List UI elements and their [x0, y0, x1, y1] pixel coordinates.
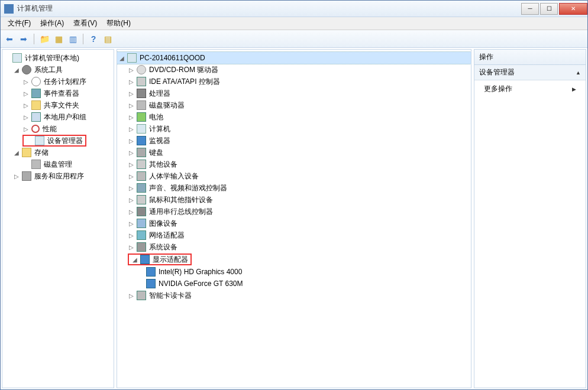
tree-device-monitor[interactable]: ▷监视器: [117, 135, 471, 147]
tree-task-scheduler[interactable]: ▷ 任务计划程序: [2, 76, 114, 87]
tree-device-system[interactable]: ▷系统设备: [117, 241, 471, 253]
expander-blank: [137, 280, 144, 287]
tree-device-imaging[interactable]: ▷图像设备: [117, 217, 471, 229]
tree-performance[interactable]: ▷ 性能: [2, 123, 114, 135]
tree-root-local[interactable]: 计算机管理(本地): [2, 52, 114, 64]
up-button[interactable]: 📁: [38, 32, 51, 46]
expander-right-icon: ▷: [128, 220, 135, 227]
tree-gpu-intel[interactable]: Intel(R) HD Graphics 4000: [117, 266, 471, 278]
tree-label: 系统工具: [33, 65, 63, 75]
list-button[interactable]: ▤: [101, 32, 114, 46]
device-tree-pane: ◢ PC-20140611QOOD ▷DVD/CD-ROM 驱动器▷IDE AT…: [117, 49, 471, 388]
toolbar: ⬅ ➡ 📁 ▦ ▥ ? ▤: [1, 30, 587, 48]
tree-device-cpu[interactable]: ▷处理器: [117, 87, 471, 99]
tree-shared-folders[interactable]: ▷ 共享文件夹: [2, 99, 114, 111]
device-root[interactable]: ◢ PC-20140611QOOD: [117, 52, 471, 64]
book-icon: [31, 89, 41, 98]
tree-device-keyboard[interactable]: ▷键盘: [117, 147, 471, 158]
tree-label[interactable]: 显示适配器: [151, 255, 188, 265]
menu-help[interactable]: 帮助(H): [102, 17, 135, 30]
monitor-icon: [137, 136, 146, 145]
tree-device-dvd[interactable]: ▷DVD/CD-ROM 驱动器: [117, 64, 471, 76]
tree-gpu-nvidia[interactable]: NVIDIA GeForce GT 630M: [117, 278, 471, 290]
tree-device-sound[interactable]: ▷声音、视频和游戏控制器: [117, 182, 471, 194]
ide-icon: [137, 77, 146, 86]
expander-right-icon: ▷: [128, 137, 135, 144]
tree-label: 本地用户和组: [43, 112, 86, 122]
tree-device-network[interactable]: ▷网络适配器: [117, 229, 471, 241]
storage-icon: [22, 148, 31, 157]
expander-blank: [137, 268, 144, 275]
smartcard-icon: [137, 291, 146, 300]
menu-action[interactable]: 操作(A): [35, 17, 69, 30]
toolbar-separator: [34, 34, 34, 44]
tree-label: 存储: [33, 148, 49, 158]
services-icon: [22, 171, 31, 181]
tree-device-hid[interactable]: ▷人体学输入设备: [117, 170, 471, 182]
menu-file[interactable]: 文件(F): [3, 17, 35, 30]
actions-more-label: 更多操作: [484, 84, 512, 94]
expander-right-icon: ▷: [128, 292, 135, 299]
tree-system-tools[interactable]: ◢ 系统工具: [2, 64, 114, 76]
gear-icon: [22, 65, 31, 74]
forward-button[interactable]: ➡: [17, 32, 30, 46]
expander-right-icon: ▷: [22, 90, 30, 97]
collapse-icon: ▲: [576, 70, 581, 76]
actions-section-label: 设备管理器: [479, 67, 515, 77]
tree-storage[interactable]: ◢ 存储: [2, 147, 114, 158]
disk-icon: [31, 160, 41, 169]
expander-right-icon: ▷: [128, 102, 135, 109]
tree-label: PC-20140611QOOD: [138, 54, 205, 62]
tree-label: 通用串行总线控制器: [148, 207, 213, 217]
tree-services-apps[interactable]: ▷ 服务和应用程序: [2, 170, 114, 182]
close-button[interactable]: ✕: [559, 3, 587, 15]
expander-right-icon: ▷: [128, 184, 135, 191]
gpu-icon: [146, 267, 156, 277]
tree-device-mouse[interactable]: ▷鼠标和其他指针设备: [117, 194, 471, 206]
tree-device-usb[interactable]: ▷通用串行总线控制器: [117, 206, 471, 217]
tree-local-users[interactable]: ▷ 本地用户和组: [2, 111, 114, 123]
minimize-button[interactable]: ─: [521, 3, 539, 15]
keyboard-icon: [137, 148, 146, 157]
tree-smartcard-reader[interactable]: ▷ 智能卡读卡器: [117, 290, 471, 301]
actions-more[interactable]: 更多操作 ▶: [474, 80, 586, 98]
dvd-icon: [137, 65, 146, 74]
tree-label: 键盘: [148, 148, 163, 158]
back-button[interactable]: ⬅: [3, 32, 16, 46]
sys-icon: [137, 242, 146, 252]
menu-view[interactable]: 查看(V): [69, 17, 102, 30]
actions-header: 操作: [474, 50, 586, 65]
tree-label: 磁盘驱动器: [148, 100, 185, 110]
tree-device-diskdrive[interactable]: ▷磁盘驱动器: [117, 99, 471, 111]
tree-device-other[interactable]: ▷其他设备: [117, 158, 471, 170]
tree-label: 计算机管理(本地): [24, 53, 79, 63]
expander-down-icon: ◢: [118, 54, 125, 61]
actions-section[interactable]: 设备管理器 ▲: [474, 65, 586, 80]
expander-right-icon: ▷: [128, 90, 135, 97]
tree-label: 性能: [41, 124, 57, 134]
help-button[interactable]: ?: [87, 32, 100, 46]
tree-disk-management[interactable]: 磁盘管理: [2, 158, 114, 170]
tree-label: 监视器: [148, 136, 170, 146]
tree-event-viewer[interactable]: ▷ 事件查看器: [2, 87, 114, 99]
tree-device-computer[interactable]: ▷计算机: [117, 123, 471, 135]
expander-right-icon: ▷: [22, 102, 30, 109]
expander-right-icon: ▷: [128, 125, 135, 132]
tree-label: Intel(R) HD Graphics 4000: [157, 268, 242, 276]
tree-label[interactable]: 设备管理器: [46, 136, 83, 146]
clock-icon: [31, 77, 41, 86]
tree-device-ide[interactable]: ▷IDE ATA/ATAPI 控制器: [117, 76, 471, 87]
refresh-button[interactable]: ▥: [66, 32, 79, 46]
tree-label: 其他设备: [148, 160, 177, 170]
maximize-button[interactable]: ☐: [540, 3, 558, 15]
properties-button[interactable]: ▦: [52, 32, 65, 46]
tree-label: 计算机: [148, 124, 170, 134]
tree-label: 鼠标和其他指针设备: [148, 195, 213, 205]
expander-right-icon: ▷: [128, 232, 135, 239]
actions-pane: 操作 设备管理器 ▲ 更多操作 ▶: [474, 49, 586, 388]
expander-right-icon: ▷: [128, 208, 135, 215]
tree-device-battery[interactable]: ▷电池: [117, 111, 471, 123]
expander-down-icon: ◢: [13, 149, 20, 156]
other-icon: [137, 160, 146, 169]
tree-label: NVIDIA GeForce GT 630M: [157, 280, 243, 288]
